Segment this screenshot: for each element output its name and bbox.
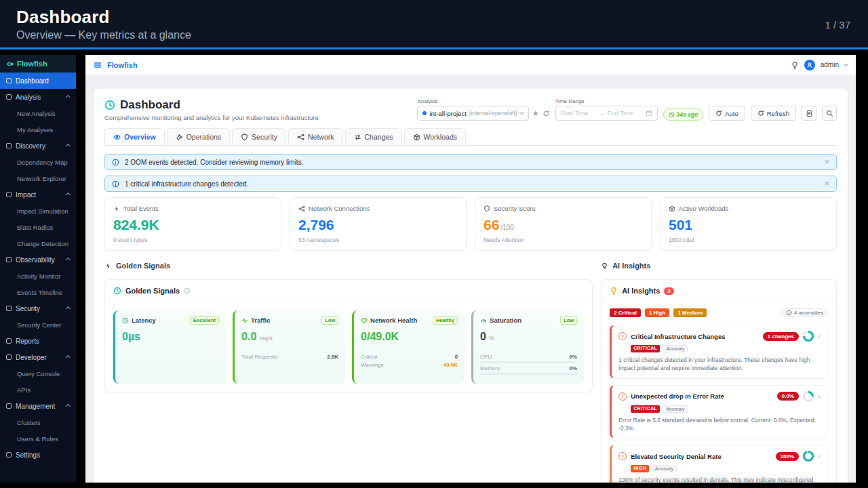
metric-value: 66/100: [484, 217, 643, 233]
alert-critical-changes: 1 critical infrastructure changes detect…: [104, 176, 837, 192]
last-refresh-badge: 34s ago: [663, 108, 704, 121]
sidebar-item-new-analysis[interactable]: New Analysis: [0, 105, 76, 121]
analysis-selected-value: int-all-project: [429, 110, 466, 117]
activity-icon: [241, 317, 248, 324]
anomalies-badge: 4 anomalies: [781, 308, 828, 317]
ai-insights-section-title: AI Insights: [601, 262, 837, 270]
close-icon[interactable]: ×: [825, 158, 829, 166]
app-main: Flowfish admin Dashboard: [85, 55, 856, 483]
golden-card-title: Golden Signals: [125, 287, 180, 295]
user-avatar[interactable]: [804, 60, 815, 70]
tab-network[interactable]: Network: [288, 128, 343, 145]
sidebar-item-change-detection[interactable]: Change Detection: [0, 235, 76, 251]
sidebar-item-analysis[interactable]: Analysis: [0, 89, 76, 105]
lightbulb-icon[interactable]: [791, 61, 799, 69]
favorite-star-icon[interactable]: ★: [532, 110, 539, 117]
close-icon[interactable]: ×: [825, 180, 829, 188]
metric-card-security-score: Security Score 66/100 Needs Attention: [475, 197, 652, 251]
search-button[interactable]: [822, 106, 837, 121]
sidebar-item-network-explorer[interactable]: Network Explorer: [0, 170, 76, 186]
sidebar-item-impact-simulation[interactable]: Impact Simulation: [0, 203, 76, 219]
refresh-button[interactable]: Refresh: [751, 106, 796, 121]
severity-tag: CRITICAL: [631, 405, 660, 413]
username[interactable]: admin: [821, 61, 839, 68]
sidebar-item-reports[interactable]: Reports: [0, 333, 76, 349]
sidebar-item-dashboard[interactable]: Dashboard: [0, 73, 76, 89]
dashboard-tabs: Overview Operations Security Network Cha…: [104, 128, 837, 146]
sidebar-item-discovery[interactable]: Discovery: [0, 138, 76, 154]
page-title: Dashboard: [120, 98, 180, 112]
alert-text: 1 critical infrastructure changes detect…: [125, 180, 248, 188]
chevron-up-icon: [66, 257, 71, 262]
developer-icon: [6, 354, 12, 360]
insight-metric-pill: 100%: [776, 452, 799, 461]
sidebar-divider: [76, 55, 85, 483]
start-time-input[interactable]: [561, 110, 596, 117]
memory-progress-bar: [480, 373, 577, 375]
menu-icon[interactable]: [94, 61, 102, 69]
insights-icon: [601, 262, 608, 270]
sidebar-item-security-center[interactable]: Security Center: [0, 317, 76, 333]
metric-sub: 1002 total: [669, 237, 828, 243]
signal-value: 0µs: [122, 331, 219, 343]
history-icon[interactable]: [542, 110, 550, 117]
ai-card-title: AI Insights: [622, 287, 660, 295]
reports-icon: [6, 338, 12, 344]
report-button[interactable]: [802, 106, 816, 121]
chevron-up-icon: [66, 143, 71, 148]
anomaly-tag: Anomaly: [663, 405, 688, 413]
discovery-icon: [6, 143, 12, 148]
auto-refresh-button[interactable]: Auto: [709, 106, 745, 121]
slide-subtitle: Overview — Key metrics at a glance: [16, 29, 852, 41]
alert-text: 2 OOM events detected. Consider reviewin…: [125, 159, 303, 166]
chevron-right-icon: ›: [818, 452, 821, 460]
insight-critical-infrastructure-changes[interactable]: ! Critical Infrastructure Changes 1 chan…: [610, 325, 828, 379]
sidebar-item-developer[interactable]: Developer: [0, 349, 76, 365]
analysis-select[interactable]: int-all-project (internal-openshift): [417, 106, 528, 121]
analysis-label: Analysis: [417, 98, 549, 104]
lightning-icon: [113, 205, 120, 212]
sidebar-item-users-roles[interactable]: Users & Roles: [0, 430, 76, 447]
metric-value: 501: [669, 217, 828, 233]
alert-oom: 2 OOM events detected. Consider reviewin…: [104, 154, 837, 170]
sidebar-brand[interactable]: Flowfish: [0, 55, 76, 73]
sidebar-item-clusters[interactable]: Clusters: [0, 414, 76, 430]
sidebar: Flowfish Dashboard Analysis New Analysis…: [0, 55, 76, 483]
sidebar-item-query-console[interactable]: Query Console: [0, 365, 76, 382]
status-badge: Low: [321, 316, 338, 325]
signals-icon: [104, 262, 112, 270]
time-range-picker[interactable]: →: [555, 106, 658, 121]
critical-chip: 2 Critical: [610, 308, 641, 317]
sidebar-item-activity-monitor[interactable]: Activity Monitor: [0, 268, 76, 284]
page-title-row: Dashboard: [104, 98, 319, 112]
sidebar-item-security[interactable]: Security: [0, 300, 76, 317]
sidebar-item-blast-radius[interactable]: Blast Radius: [0, 219, 76, 235]
cpu-progress-bar: [480, 361, 577, 363]
sidebar-item-observability[interactable]: Observability: [0, 251, 76, 268]
topbar-brand[interactable]: Flowfish: [107, 61, 138, 69]
tab-overview[interactable]: Overview: [104, 128, 165, 145]
metric-card-network-connections: Network Connections 2,796 63 namespaces: [290, 197, 467, 251]
tab-operations[interactable]: Operations: [167, 128, 230, 145]
impact-icon: [6, 192, 12, 197]
sidebar-item-management[interactable]: Management: [0, 398, 76, 414]
sidebar-item-impact[interactable]: Impact: [0, 186, 76, 203]
sidebar-item-apis[interactable]: APIs: [0, 382, 76, 398]
chevron-up-icon: [66, 94, 71, 99]
tab-workloads[interactable]: Workloads: [404, 128, 466, 145]
end-time-input[interactable]: [608, 110, 643, 117]
metric-card-active-workloads: Active Workloads 501 1002 total: [660, 197, 837, 251]
chevron-right-icon: ›: [818, 392, 821, 401]
insight-error-rate-drop[interactable]: ! Unexpected drop in Error Rate 0.0% ›: [610, 385, 828, 439]
sidebar-item-events-timeline[interactable]: Events Timeline: [0, 284, 76, 300]
sidebar-item-dependency-map[interactable]: Dependency Map: [0, 154, 76, 170]
sidebar-item-my-analyses[interactable]: My Analyses: [0, 121, 76, 138]
insight-security-denial-rate[interactable]: ! Elevated Security Denial Rate 100% ›: [610, 445, 828, 483]
tab-security[interactable]: Security: [232, 128, 286, 145]
settings-icon: [6, 452, 12, 458]
metric-cards: Total Events 824.9K 9 event types Networ…: [104, 197, 837, 251]
tab-changes[interactable]: Changes: [345, 128, 402, 145]
gauge-ring-icon: [803, 451, 814, 462]
chevron-up-icon: [66, 306, 71, 310]
sidebar-item-settings[interactable]: Settings: [0, 447, 76, 463]
